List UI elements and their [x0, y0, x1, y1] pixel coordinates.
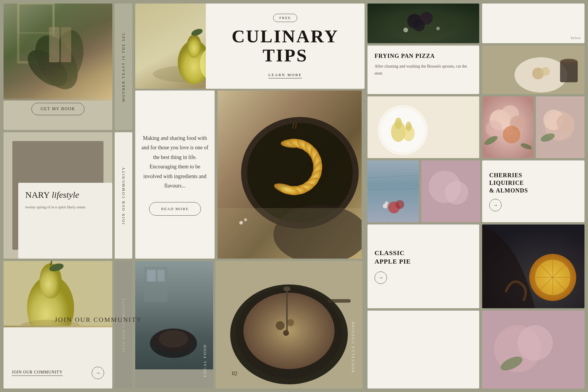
dark-citrus-image: [482, 225, 584, 308]
svg-point-78: [395, 200, 404, 209]
quote-text: Making and sharing food with and for tho…: [140, 133, 210, 190]
svg-point-100: [243, 293, 335, 369]
lifestyle-fg: NARY lifestyle twenty spring of in n spi…: [18, 183, 112, 259]
join-vertical-text: JOIN OUR COMMUNITY: [121, 166, 126, 225]
card-dark-citrus: [482, 225, 584, 308]
nouvelle-label-wrap: NOUVELLE COUSINE: [351, 321, 355, 374]
local-food-image: [135, 261, 213, 369]
cherries-title: CHERRIES LIQUIRICE & ALMONDS: [489, 171, 577, 194]
card-culinary-tips: FREE CULINARY TIPS LEARN MORE: [206, 4, 365, 89]
cream-card-label: below: [571, 36, 581, 40]
svg-rect-106: [327, 299, 351, 303]
card-photo-right: [536, 96, 584, 158]
card-blue-fabric: [368, 160, 419, 222]
cherries-arrow-button[interactable]: →: [489, 199, 502, 211]
card-classic-apple-pie: CLASSIC APPLE PIE →: [368, 225, 479, 308]
card-apple-slices: [218, 91, 362, 259]
join-community-arrow[interactable]: →: [92, 367, 104, 379]
svg-point-103: [283, 330, 289, 336]
svg-rect-92: [147, 270, 156, 282]
card-apple-pie-bottom: [368, 311, 479, 388]
flowers-image: [482, 96, 534, 158]
bottom-right-photo: [482, 311, 584, 388]
svg-point-59: [406, 122, 412, 131]
join-community-detected: JOIN OUR COMMUNITY: [55, 316, 142, 324]
svg-point-57: [395, 118, 402, 129]
nouvelle-label: NOUVELLE COUSINE: [351, 321, 355, 373]
card-vertical-bottom: JOIN OUR COMMUNITY: [115, 261, 132, 388]
nouvelle-image: [216, 261, 363, 388]
card-quote: Making and sharing food with and for tho…: [135, 91, 215, 259]
svg-point-23: [403, 28, 408, 32]
svg-rect-104: [286, 290, 288, 331]
card-join-community: JOIN OUR COMMUNITY →: [4, 261, 112, 388]
card-cream-top: below: [482, 4, 584, 43]
get-book-button[interactable]: GET MY BOOK: [31, 103, 84, 115]
card-number: 02: [232, 371, 237, 377]
svg-rect-93: [157, 270, 165, 282]
svg-rect-6: [49, 27, 59, 62]
card-plant-book: GET MY BOOK: [4, 4, 112, 130]
lifestyle-heading: NARY lifestyle: [25, 190, 105, 200]
lifestyle-body: twenty spring of in n spirit likely esta…: [25, 204, 105, 210]
svg-point-11: [187, 34, 201, 58]
join-community-label[interactable]: JOIN OUR COMMUNITY: [12, 370, 63, 376]
mauve-photo: [421, 160, 480, 222]
svg-point-80: [385, 201, 388, 205]
apple-slices-image: [218, 91, 362, 259]
read-more-button[interactable]: READ MORE: [149, 202, 201, 216]
card-dark-fruits: [368, 4, 479, 43]
card-food-photo-top: [482, 46, 584, 94]
svg-point-71: [557, 114, 574, 132]
svg-point-24: [436, 27, 440, 30]
rotated-text-label: Mother Yeast is the sec: [121, 32, 126, 102]
join-vertical-bottom: JOIN OUR COMMUNITY: [121, 297, 126, 352]
card-frying-pan: FRYING PAN PIZZA After cleaning and wash…: [368, 46, 479, 94]
flower-photo-2: [536, 96, 584, 158]
blue-fabric-image: [368, 160, 419, 222]
card-cream-pear: [368, 96, 479, 158]
svg-point-96: [159, 330, 188, 348]
frying-pan-body: After cleaning and washing the Brussels …: [375, 63, 472, 77]
card-mauve: [421, 160, 480, 222]
svg-point-29: [541, 67, 550, 76]
dark-fruits-image: [368, 4, 479, 43]
card-lifestyle: NARY lifestyle twenty spring of in n spi…: [4, 132, 112, 259]
join-community-card: JOIN OUR COMMUNITY →: [4, 327, 112, 388]
svg-point-116: [517, 325, 553, 361]
apple-pie-title: CLASSIC APPLE PIE: [375, 249, 472, 266]
frying-pan-title: FRYING PAN PIZZA: [375, 53, 472, 59]
local-food-label: LOCAL FOOD: [203, 344, 207, 377]
apple-pie-arrow[interactable]: →: [375, 272, 387, 284]
svg-point-102: [287, 319, 294, 326]
card-join-vertical: JOIN OUR COMMUNITY: [115, 132, 132, 259]
card-nouvelle: NOUVELLE COUSINE 02: [216, 261, 363, 388]
svg-rect-7: [61, 27, 71, 62]
local-food-label-wrap: LOCAL FOOD: [203, 344, 207, 377]
svg-rect-30: [560, 62, 578, 82]
card-flowers: [482, 96, 534, 158]
svg-point-101: [276, 321, 285, 330]
svg-point-105: [283, 287, 290, 291]
svg-point-64: [486, 120, 502, 137]
card-cherries: CHERRIES LIQUIRICE & ALMONDS →: [482, 160, 584, 222]
svg-point-65: [503, 126, 520, 143]
culinary-title: CULINARY TIPS: [214, 27, 357, 65]
card-bottom-right-photo: [482, 311, 584, 388]
svg-point-83: [445, 181, 468, 205]
free-badge: FREE: [273, 14, 297, 22]
card-rotated-text: Mother Yeast is the sec: [115, 4, 132, 130]
plant-photo: [4, 4, 112, 98]
learn-more-link[interactable]: LEARN MORE: [268, 73, 302, 78]
svg-rect-52: [218, 208, 362, 259]
card-local-food: LOCAL FOOD: [135, 261, 213, 388]
svg-point-22: [413, 20, 425, 31]
svg-point-31: [560, 59, 578, 65]
